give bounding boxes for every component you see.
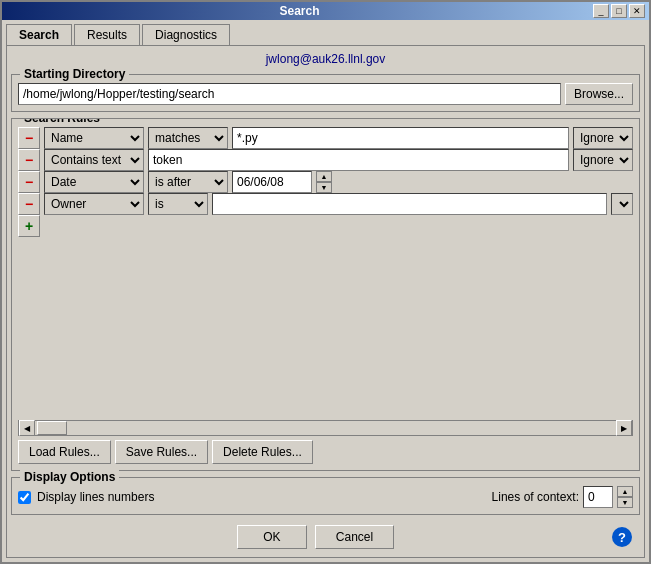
- search-rules-label: Search Rules: [20, 118, 104, 125]
- rule-1-condition-select[interactable]: matches: [148, 127, 228, 149]
- add-rule-button[interactable]: +: [18, 215, 40, 237]
- remove-rule-3-button[interactable]: −: [18, 171, 40, 193]
- lines-of-context-input[interactable]: [583, 486, 613, 508]
- starting-directory-label: Starting Directory: [20, 67, 129, 81]
- rule-2-value-input[interactable]: [148, 149, 569, 171]
- remove-rule-4-button[interactable]: −: [18, 193, 40, 215]
- rule-row-3: − Date is after ▲ ▼: [18, 171, 633, 193]
- rule-3-condition-select[interactable]: is after: [148, 171, 228, 193]
- rule-3-field-select[interactable]: Date: [44, 171, 144, 193]
- maximize-button[interactable]: □: [611, 4, 627, 18]
- rules-horizontal-scrollbar[interactable]: ◀ ▶: [18, 420, 633, 436]
- rule-row-2: − Contains text Ignore Case: [18, 149, 633, 171]
- scroll-left-arrow[interactable]: ◀: [19, 420, 35, 436]
- rule-2-extra-select[interactable]: Ignore Case: [573, 149, 633, 171]
- display-lines-checkbox[interactable]: [18, 491, 31, 504]
- rules-container: − Name matches Ignore Case −: [18, 127, 633, 420]
- rule-1-field-select[interactable]: Name: [44, 127, 144, 149]
- starting-directory-group: Starting Directory Browse...: [11, 74, 640, 112]
- context-spin-up[interactable]: ▲: [617, 486, 633, 497]
- load-rules-button[interactable]: Load Rules...: [18, 440, 111, 464]
- rule-row-4: − Owner is: [18, 193, 633, 215]
- date-spin-up[interactable]: ▲: [316, 171, 332, 182]
- close-button[interactable]: ✕: [629, 4, 645, 18]
- help-button[interactable]: ?: [612, 527, 632, 547]
- tab-diagnostics[interactable]: Diagnostics: [142, 24, 230, 45]
- lines-of-context-row: Lines of context: ▲ ▼: [492, 486, 633, 508]
- main-window: Search _ □ ✕ Search Results Diagnostics …: [0, 0, 651, 564]
- rule-row-1: − Name matches Ignore Case: [18, 127, 633, 149]
- rule-4-field-select[interactable]: Owner: [44, 193, 144, 215]
- rule-3-date-input[interactable]: [232, 171, 312, 193]
- browse-button[interactable]: Browse...: [565, 83, 633, 105]
- remove-rule-1-button[interactable]: −: [18, 127, 40, 149]
- tabs-bar: Search Results Diagnostics: [2, 20, 649, 45]
- rule-2-field-select[interactable]: Contains text: [44, 149, 144, 171]
- title-bar-buttons: _ □ ✕: [593, 4, 645, 18]
- rule-4-extra-select[interactable]: [611, 193, 633, 215]
- minimize-button[interactable]: _: [593, 4, 609, 18]
- rules-action-row: Load Rules... Save Rules... Delete Rules…: [18, 440, 633, 464]
- display-options-row: Display lines numbers Lines of context: …: [18, 486, 633, 508]
- lines-of-context-label: Lines of context:: [492, 490, 579, 504]
- context-spin-down[interactable]: ▼: [617, 497, 633, 508]
- scroll-right-arrow[interactable]: ▶: [616, 420, 632, 436]
- display-lines-checkbox-row: Display lines numbers: [18, 490, 154, 504]
- window-title: Search: [6, 4, 593, 18]
- cancel-button[interactable]: Cancel: [315, 525, 394, 549]
- display-options-label: Display Options: [20, 470, 119, 484]
- directory-row: Browse...: [18, 83, 633, 105]
- add-rule-area: + Date Owner Group File type Permissions…: [18, 215, 633, 237]
- user-email: jwlong@auk26.llnl.gov: [11, 50, 640, 68]
- context-spinner: ▲ ▼: [617, 486, 633, 508]
- rule-4-condition-select[interactable]: is: [148, 193, 208, 215]
- tab-content: jwlong@auk26.llnl.gov Starting Directory…: [6, 45, 645, 558]
- rule-4-value-input[interactable]: [212, 193, 607, 215]
- ok-button[interactable]: OK: [237, 525, 307, 549]
- tab-search[interactable]: Search: [6, 24, 72, 45]
- tab-results[interactable]: Results: [74, 24, 140, 45]
- display-lines-label: Display lines numbers: [37, 490, 154, 504]
- scroll-track: [35, 421, 616, 435]
- ok-cancel-row: OK Cancel: [19, 525, 612, 549]
- scroll-thumb[interactable]: [37, 421, 67, 435]
- date-spinner: ▲ ▼: [316, 171, 332, 193]
- rule-1-extra-select[interactable]: Ignore Case: [573, 127, 633, 149]
- remove-rule-2-button[interactable]: −: [18, 149, 40, 171]
- directory-input[interactable]: [18, 83, 561, 105]
- search-rules-group: Search Rules − Name matches Ignore Case: [11, 118, 640, 471]
- delete-rules-button[interactable]: Delete Rules...: [212, 440, 313, 464]
- date-spin-down[interactable]: ▼: [316, 182, 332, 193]
- bottom-buttons-area: OK Cancel ?: [11, 521, 640, 553]
- rule-1-value-input[interactable]: [232, 127, 569, 149]
- display-options-group: Display Options Display lines numbers Li…: [11, 477, 640, 515]
- save-rules-button[interactable]: Save Rules...: [115, 440, 208, 464]
- title-bar: Search _ □ ✕: [2, 2, 649, 20]
